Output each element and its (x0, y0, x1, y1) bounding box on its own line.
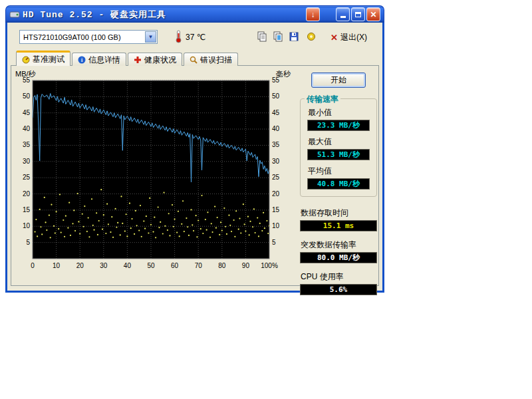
svg-text:80: 80 (218, 262, 226, 269)
magnifier-icon (190, 56, 198, 64)
save-icon[interactable] (287, 29, 301, 44)
tab-error-scan-label: 错误扫描 (200, 55, 232, 66)
health-cross-icon (134, 56, 142, 64)
svg-text:40: 40 (23, 125, 31, 132)
tab-health[interactable]: 健康状况 (128, 53, 182, 66)
svg-text:50: 50 (23, 92, 31, 100)
drive-select-value: HTS721010G9AT00 (100 GB) (20, 33, 144, 41)
avg-label: 平均值 (308, 166, 370, 177)
svg-text:45: 45 (23, 109, 31, 116)
app-icon[interactable] (9, 9, 20, 20)
svg-text:10: 10 (53, 262, 61, 269)
exit-button[interactable]: ✕ 退出(X) (331, 31, 367, 44)
svg-text:5: 5 (26, 239, 30, 246)
drive-select[interactable]: HTS721010G9AT00 (100 GB) ▼ (19, 30, 158, 44)
svg-text:20: 20 (76, 262, 84, 269)
svg-text:35: 35 (23, 141, 31, 148)
tab-bar: 基准测试 i 信息详情 健康状况 错误扫描 (16, 51, 382, 66)
svg-text:MB/秒: MB/秒 (15, 70, 37, 78)
start-button[interactable]: 开始 (311, 72, 366, 88)
info-icon: i (78, 56, 86, 64)
tab-info[interactable]: i 信息详情 (72, 53, 126, 66)
access-time-label: 数据存取时间 (301, 207, 377, 219)
svg-text:25: 25 (23, 174, 31, 181)
window-body: HTS721010G9AT00 (100 GB) ▼ 37 ℃ ✕ 退出(X (5, 23, 384, 293)
exit-x-icon: ✕ (331, 33, 338, 43)
svg-text:35: 35 (272, 141, 280, 148)
svg-text:毫秒: 毫秒 (276, 70, 291, 78)
result-panel: 开始 传输速率 最小值 23.3 MB/秒 最大值 51.3 MB/秒 平均值 … (300, 72, 377, 301)
benchmark-chart: 5555505045454040353530302525202015151010… (14, 70, 292, 278)
svg-text:50: 50 (272, 92, 280, 100)
thermometer-icon (175, 30, 182, 45)
minimize-icon (340, 15, 346, 18)
transfer-rate-title: 传输速率 (305, 94, 340, 105)
maximize-icon (355, 12, 361, 17)
svg-text:30: 30 (23, 158, 31, 165)
close-button[interactable]: ✕ (366, 7, 380, 21)
svg-text:20: 20 (23, 190, 31, 198)
temperature-value: 37 ℃ (186, 33, 205, 42)
window-controls: ↓ ✕ (306, 7, 380, 21)
toolbar: HTS721010G9AT00 (100 GB) ▼ 37 ℃ ✕ 退出(X (7, 23, 382, 51)
svg-text:40: 40 (272, 125, 280, 132)
svg-text:30: 30 (272, 158, 280, 165)
exit-label: 退出(X) (340, 32, 367, 43)
svg-text:0: 0 (31, 262, 35, 269)
tray-button[interactable]: ↓ (306, 7, 320, 21)
svg-text:60: 60 (171, 262, 179, 269)
burst-rate-value: 80.0 MB/秒 (300, 252, 377, 263)
svg-text:70: 70 (195, 262, 203, 269)
svg-text:25: 25 (272, 174, 280, 181)
svg-text:20: 20 (272, 190, 280, 198)
svg-text:50: 50 (147, 262, 155, 269)
svg-text:15: 15 (23, 206, 31, 213)
tab-benchmark[interactable]: 基准测试 (16, 51, 70, 66)
access-time-value: 15.1 ms (300, 220, 377, 231)
window-title: HD Tune 2.52 - 硬盘实用工具 (23, 9, 166, 21)
tab-health-label: 健康状况 (144, 55, 176, 66)
burst-rate-label: 突发数据传输率 (301, 239, 377, 251)
minimize-button[interactable] (336, 7, 350, 21)
svg-text:15: 15 (272, 206, 280, 213)
tab-benchmark-label: 基准测试 (33, 54, 65, 65)
chevron-down-icon[interactable]: ▼ (145, 31, 156, 43)
maximize-button[interactable] (351, 7, 365, 21)
min-value: 23.3 MB/秒 (307, 120, 370, 131)
max-label: 最大值 (308, 136, 370, 148)
copy-text-icon[interactable] (255, 29, 269, 44)
max-value: 51.3 MB/秒 (307, 149, 370, 160)
tab-info-label: 信息详情 (88, 55, 120, 66)
svg-text:100%: 100% (261, 262, 278, 269)
svg-text:30: 30 (100, 262, 108, 269)
cpu-usage-value: 5.6% (300, 284, 377, 295)
hdtune-window: HD Tune 2.52 - 硬盘实用工具 ↓ ✕ HTS721010G9AT0… (5, 5, 384, 293)
options-icon[interactable] (304, 29, 319, 44)
copy-image-icon[interactable] (271, 29, 285, 44)
benchmark-chart-svg: 5555505045454040353530302525202015151010… (14, 70, 292, 276)
svg-text:45: 45 (272, 109, 280, 116)
svg-text:5: 5 (272, 239, 276, 246)
transfer-rate-group: 传输速率 最小值 23.3 MB/秒 最大值 51.3 MB/秒 平均值 40.… (300, 98, 377, 197)
benchmark-icon (22, 56, 30, 64)
svg-text:10: 10 (23, 222, 31, 229)
min-label: 最小值 (308, 107, 370, 118)
desktop: { "window": { "title": "HD Tune 2.52 - 硬… (0, 0, 532, 399)
svg-text:40: 40 (124, 262, 132, 269)
tab-error-scan[interactable]: 错误扫描 (184, 53, 238, 66)
svg-text:90: 90 (242, 262, 250, 269)
benchmark-page: 5555505045454040353530302525202015151010… (11, 65, 379, 286)
avg-value: 40.8 MB/秒 (307, 178, 370, 190)
cpu-usage-label: CPU 使用率 (301, 271, 377, 283)
svg-text:10: 10 (272, 222, 280, 229)
titlebar[interactable]: HD Tune 2.52 - 硬盘实用工具 ↓ ✕ (5, 5, 384, 23)
